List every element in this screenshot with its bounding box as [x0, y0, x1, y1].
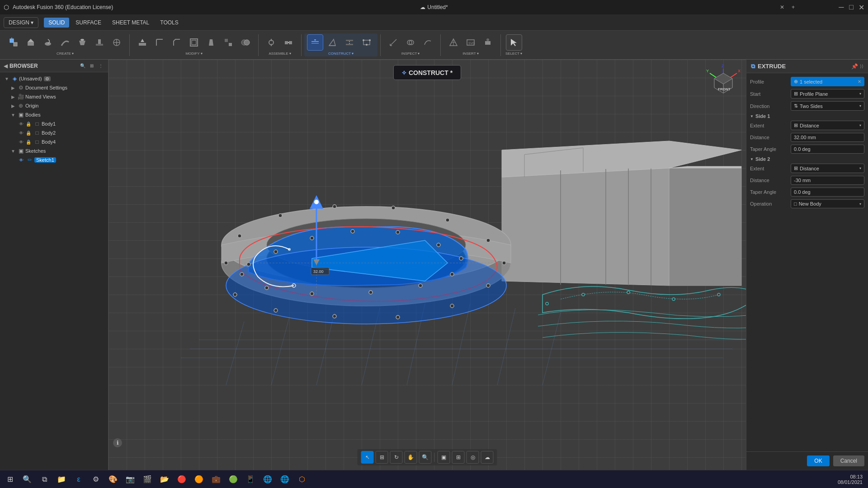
- browser-collapse-arrow[interactable]: ◀: [4, 63, 8, 69]
- side1-header[interactable]: ▼ Side 1: [750, 113, 864, 119]
- apps2-taskbar[interactable]: 📷: [122, 471, 138, 488]
- rib-btn[interactable]: [91, 34, 108, 51]
- sweep-btn[interactable]: [57, 34, 73, 51]
- body1-lock[interactable]: 🔒: [25, 121, 32, 127]
- decal-btn[interactable]: [480, 34, 496, 51]
- sketches-expand[interactable]: ▼: [10, 148, 16, 154]
- file-explorer-taskbar[interactable]: 📁: [53, 471, 70, 488]
- menu-surface[interactable]: SURFACE: [71, 18, 106, 28]
- browser-item-sketches[interactable]: ▼ ▣ Sketches: [0, 146, 108, 155]
- menu-tools[interactable]: TOOLS: [156, 18, 183, 28]
- browser-item-body4[interactable]: 👁 🔒 □ Body4: [0, 137, 108, 146]
- side1-distance-value[interactable]: 32.00 mm: [791, 133, 864, 142]
- display-settings-btn[interactable]: ⊞: [376, 451, 388, 464]
- ok-button[interactable]: OK: [807, 455, 829, 466]
- zoom-btn[interactable]: 🔍: [419, 451, 432, 464]
- menu-sheet-metal[interactable]: SHEET METAL: [108, 18, 154, 28]
- apps6-taskbar[interactable]: 🟠: [191, 471, 207, 488]
- body4-lock[interactable]: 🔒: [25, 139, 32, 145]
- draft-btn[interactable]: [203, 34, 219, 51]
- effects-btn[interactable]: ◎: [467, 451, 479, 464]
- origin-expand[interactable]: ▶: [10, 103, 16, 109]
- curvature-btn[interactable]: [420, 34, 436, 51]
- extrude-pin-btn[interactable]: 📌: [851, 63, 858, 70]
- apps4-taskbar[interactable]: 📂: [156, 471, 173, 488]
- new-tab-btn[interactable]: +: [792, 4, 795, 10]
- menu-solid[interactable]: SOLID: [44, 18, 69, 28]
- browser-item-named-views[interactable]: ▶ 🎥 Named Views: [0, 92, 108, 101]
- pan-btn[interactable]: ✋: [405, 451, 417, 464]
- display-mode-btn[interactable]: ▣: [438, 451, 450, 464]
- extrude-collapse-btn[interactable]: ⟩⟩: [860, 64, 863, 69]
- rigid-group-btn[interactable]: [280, 34, 297, 51]
- create-label[interactable]: CREATE ▾: [57, 52, 74, 56]
- root-settings-btn[interactable]: ⚙: [44, 76, 51, 81]
- restore-btn[interactable]: □: [848, 4, 854, 10]
- construct-label[interactable]: CONSTRUCT ▾: [328, 52, 354, 56]
- root-expand-arrow[interactable]: ▼: [4, 75, 10, 82]
- fillet-btn[interactable]: [151, 34, 168, 51]
- browser-item-origin[interactable]: ▶ ⊕ Origin: [0, 101, 108, 110]
- profile-clear-btn[interactable]: ✕: [858, 79, 861, 84]
- viewport[interactable]: ⟡ CONSTRUCT * X Y Z FRONT: [108, 60, 746, 470]
- cancel-button[interactable]: Cancel: [833, 455, 864, 466]
- insert-svg-btn[interactable]: SVG: [462, 34, 479, 51]
- side2-taper-value[interactable]: 0.0 deg: [791, 188, 864, 197]
- grid-btn[interactable]: ⊞: [452, 451, 465, 464]
- edge-taskbar[interactable]: ε: [71, 471, 87, 488]
- loft-btn[interactable]: [74, 34, 90, 51]
- browser-expand-btn[interactable]: ⊞: [88, 62, 95, 70]
- apps8-taskbar[interactable]: 🟢: [225, 471, 241, 488]
- profile-value[interactable]: ⊕ 1 selected ✕: [791, 77, 864, 86]
- side2-extent-value[interactable]: ⊞ Distance ▾: [791, 164, 864, 173]
- browser-item-body2[interactable]: 👁 🔒 □ Body2: [0, 128, 108, 137]
- apps3-taskbar[interactable]: 🎬: [139, 471, 156, 488]
- browser-options-btn[interactable]: ⋮: [97, 62, 104, 70]
- side2-header[interactable]: ▼ Side 2: [750, 156, 864, 162]
- plane-angle-btn[interactable]: [324, 34, 340, 51]
- scale-btn[interactable]: [220, 34, 236, 51]
- body2-eye[interactable]: 👁: [18, 130, 24, 136]
- new-component-btn[interactable]: [5, 34, 22, 51]
- browser-item-doc-settings[interactable]: ▶ ⚙ Document Settings: [0, 83, 108, 92]
- fusion-taskbar[interactable]: ⬡: [294, 471, 310, 488]
- orbit-btn[interactable]: ↻: [390, 451, 403, 464]
- plane-through-btn[interactable]: [359, 34, 375, 51]
- browser-item-bodies[interactable]: ▼ ▣ Bodies: [0, 110, 108, 119]
- start-button[interactable]: ⊞: [2, 471, 18, 488]
- press-pull-btn[interactable]: [134, 34, 151, 51]
- design-mode-button[interactable]: DESIGN ▾: [4, 17, 38, 28]
- info-icon[interactable]: ℹ: [113, 438, 122, 447]
- modify-label[interactable]: MODIFY ▾: [185, 52, 202, 56]
- body1-eye[interactable]: 👁: [18, 121, 24, 127]
- doc-settings-expand[interactable]: ▶: [10, 84, 16, 91]
- select-label[interactable]: SELECT ▾: [505, 52, 522, 56]
- settings-taskbar[interactable]: ⚙: [88, 471, 104, 488]
- apps7-taskbar[interactable]: 💼: [208, 471, 224, 488]
- task-view-button[interactable]: ⧉: [36, 471, 52, 488]
- named-views-expand[interactable]: ▶: [10, 94, 16, 100]
- body2-lock[interactable]: 🔒: [25, 130, 32, 136]
- assemble-label[interactable]: ASSEMBLE ▾: [269, 52, 291, 56]
- sketch1-eye[interactable]: 👁: [18, 157, 24, 163]
- side2-distance-value[interactable]: -30 mm: [791, 176, 864, 185]
- apps9-taskbar[interactable]: 📱: [242, 471, 259, 488]
- operation-value[interactable]: □ New Body ▾: [791, 199, 864, 208]
- search-button[interactable]: 🔍: [19, 471, 35, 488]
- select-btn[interactable]: [506, 34, 522, 51]
- browser-item-root[interactable]: ▼ ◈ (Unsaved) ⚙: [0, 74, 108, 83]
- inspect-label[interactable]: INSPECT ▾: [401, 52, 420, 56]
- body4-eye[interactable]: 👁: [18, 139, 24, 145]
- bodies-expand[interactable]: ▼: [10, 112, 16, 118]
- browser-search-btn[interactable]: 🔍: [79, 62, 86, 70]
- select-mode-btn[interactable]: ↖: [361, 451, 374, 464]
- measure-btn[interactable]: [385, 34, 401, 51]
- midplane-btn[interactable]: [341, 34, 358, 51]
- apps1-taskbar[interactable]: 🎨: [105, 471, 121, 488]
- combine-btn[interactable]: [237, 34, 254, 51]
- interference-btn[interactable]: [402, 34, 419, 51]
- insert-label[interactable]: INSERT ▾: [462, 52, 478, 56]
- apps10-taskbar[interactable]: 🌐: [259, 471, 276, 488]
- shell-btn[interactable]: [186, 34, 202, 51]
- start-value[interactable]: ⊞ Profile Plane ▾: [791, 89, 864, 99]
